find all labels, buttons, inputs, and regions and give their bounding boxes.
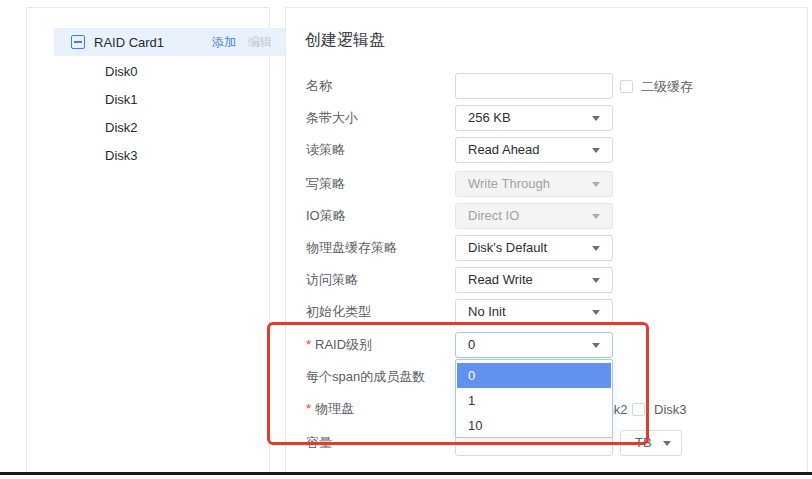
raid-level-label: *RAID级别 xyxy=(306,332,372,358)
window-bottom-edge xyxy=(0,472,812,475)
chevron-down-icon xyxy=(592,148,600,153)
raid-level-option-1[interactable]: 1 xyxy=(457,388,611,413)
chevron-down-icon xyxy=(592,182,600,187)
chevron-down-icon xyxy=(592,278,600,283)
chevron-down-icon xyxy=(592,310,600,315)
physical-disk-option-disk3[interactable]: Disk3 xyxy=(632,402,691,417)
capacity-unit-value: TB xyxy=(635,435,652,450)
read-policy-select[interactable]: Read Ahead xyxy=(455,137,613,163)
raid-level-dropdown-panel: 0 1 10 xyxy=(455,359,613,438)
capacity-unit-select[interactable]: TB xyxy=(620,430,682,456)
name-label: 名称 xyxy=(306,73,332,99)
init-type-value: No Init xyxy=(468,304,506,319)
raid-level-option-10[interactable]: 10 xyxy=(457,413,611,438)
capacity-label: 容量 xyxy=(306,430,332,456)
write-policy-value: Write Through xyxy=(468,176,550,191)
name-input[interactable] xyxy=(455,73,613,99)
access-policy-label: 访问策略 xyxy=(306,267,358,293)
physical-disk-label: *物理盘 xyxy=(306,396,354,422)
disk-cache-policy-label: 物理盘缓存策略 xyxy=(306,235,397,261)
write-policy-label: 写策略 xyxy=(306,171,345,197)
disk3-checkbox[interactable] xyxy=(632,403,645,416)
page-title: 创建逻辑盘 xyxy=(305,30,385,51)
chevron-down-icon xyxy=(592,116,600,121)
raid-tree-panel: RAID Card1 添加 编辑 Disk0 Disk1 Disk2 Disk3 xyxy=(26,7,270,473)
collapse-minus-icon[interactable] xyxy=(71,35,85,49)
edit-link[interactable]: 编辑 xyxy=(248,34,272,51)
disk-cache-policy-select[interactable]: Disk's Default xyxy=(455,235,613,261)
chevron-down-icon xyxy=(592,246,600,251)
required-asterisk: * xyxy=(306,401,311,416)
secondary-cache-checkbox[interactable] xyxy=(620,80,633,93)
disk-cache-policy-value: Disk's Default xyxy=(468,240,547,255)
raid-card-label: RAID Card1 xyxy=(94,35,164,50)
init-type-select[interactable]: No Init xyxy=(455,299,613,325)
access-policy-select[interactable]: Read Write xyxy=(455,267,613,293)
secondary-cache-label: 二级缓存 xyxy=(641,80,693,94)
add-link[interactable]: 添加 xyxy=(212,34,236,51)
io-policy-value: Direct IO xyxy=(468,208,519,223)
io-policy-select: Direct IO xyxy=(455,203,613,229)
raid-level-value: 0 xyxy=(468,337,475,352)
raid-level-option-0[interactable]: 0 xyxy=(457,363,611,388)
raid-card-row[interactable]: RAID Card1 添加 编辑 xyxy=(54,28,296,56)
tree-item-disk3[interactable]: Disk3 xyxy=(105,146,138,166)
disk3-option-label: Disk3 xyxy=(654,402,687,417)
tree-item-disk2[interactable]: Disk2 xyxy=(105,118,138,138)
chevron-down-icon xyxy=(592,343,600,348)
stripe-size-label: 条带大小 xyxy=(306,105,358,131)
chevron-down-icon xyxy=(592,214,600,219)
tree-item-disk0[interactable]: Disk0 xyxy=(105,62,138,82)
raid-level-label-text: RAID级别 xyxy=(315,337,372,352)
chevron-down-icon xyxy=(663,441,671,446)
raid-level-select[interactable]: 0 xyxy=(455,332,613,358)
write-policy-select: Write Through xyxy=(455,171,613,197)
read-policy-value: Read Ahead xyxy=(468,142,540,157)
physical-disk-label-text: 物理盘 xyxy=(315,401,354,416)
read-policy-label: 读策略 xyxy=(306,137,345,163)
stripe-size-value: 256 KB xyxy=(468,110,511,125)
raid-card-actions: 添加 编辑 xyxy=(212,34,286,51)
stripe-size-select[interactable]: 256 KB xyxy=(455,105,613,131)
span-members-label: 每个span的成员盘数 xyxy=(306,364,425,390)
access-policy-value: Read Write xyxy=(468,272,533,287)
tree-item-disk1[interactable]: Disk1 xyxy=(105,90,138,110)
raid-config-screen: RAID Card1 添加 编辑 Disk0 Disk1 Disk2 Disk3… xyxy=(0,0,812,479)
io-policy-label: IO策略 xyxy=(306,203,346,229)
init-type-label: 初始化类型 xyxy=(306,299,371,325)
required-asterisk: * xyxy=(306,337,311,352)
